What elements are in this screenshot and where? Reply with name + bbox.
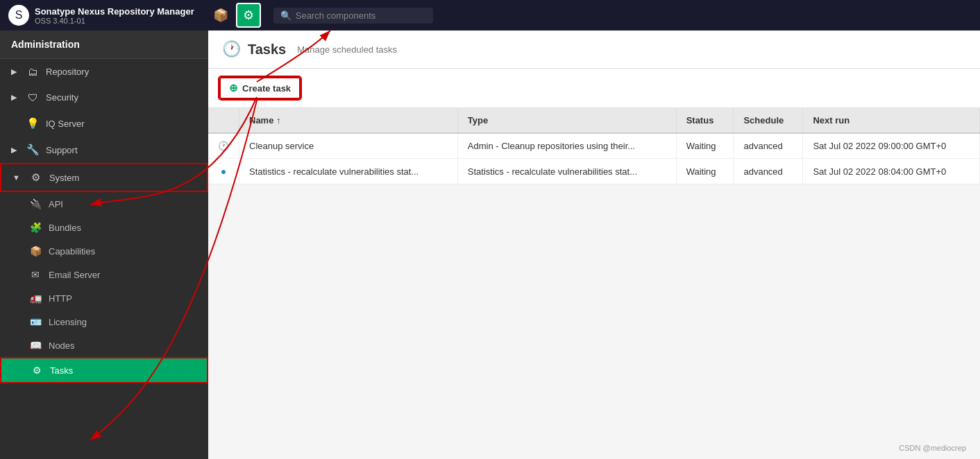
col-name[interactable]: Name ↑ — [239, 108, 458, 133]
tasks-icon: ⚙ — [31, 365, 43, 376]
support-icon: 🔧 — [26, 144, 39, 156]
create-task-label: Create task — [242, 83, 291, 94]
sidebar-item-label: System — [49, 173, 79, 183]
task-status-icon: ● — [221, 166, 226, 177]
sidebar-item-label: Tasks — [50, 365, 73, 376]
row-icon-cell: ● — [208, 159, 239, 184]
page-subtitle: Manage scheduled tasks — [297, 44, 397, 55]
main-content: 🕐 Tasks Manage scheduled tasks ⊕ Create … — [208, 31, 980, 459]
app-title-block: Sonatype Nexus Repository Manager OSS 3.… — [35, 6, 194, 25]
arrow-icon: ▶ — [11, 67, 17, 76]
sidebar-item-label: Support — [46, 145, 78, 155]
sidebar-item-nodes[interactable]: 📖 Nodes — [0, 334, 208, 357]
main-toolbar: ⊕ Create task — [208, 69, 980, 108]
topbar: S Sonatype Nexus Repository Manager OSS … — [0, 0, 980, 31]
col-next-run[interactable]: Next run — [803, 108, 980, 133]
row-name: Cleanup service — [239, 133, 458, 159]
sidebar-item-label: Licensing — [49, 317, 87, 327]
iq-server-icon: 💡 — [26, 117, 39, 130]
page-header-icon: 🕐 — [222, 40, 241, 58]
col-status[interactable]: Status — [676, 108, 734, 133]
sidebar-item-label: HTTP — [49, 293, 72, 304]
topbar-icons: 📦 ⚙ — [208, 3, 261, 28]
row-type: Statistics - recalculate vulnerabilities… — [457, 159, 676, 184]
sidebar: Administration ▶ 🗂 Repository ▶ 🛡 Securi… — [0, 31, 208, 459]
system-icon: ⚙ — [30, 171, 42, 184]
sidebar-item-iq-server[interactable]: ▶ 💡 IQ Server — [0, 110, 208, 137]
main-layout: Administration ▶ 🗂 Repository ▶ 🛡 Securi… — [0, 31, 980, 459]
api-icon: 🔌 — [29, 198, 42, 209]
search-icon: 🔍 — [280, 10, 292, 21]
table-header-row: Name ↑ Type Status Schedule Next run — [208, 108, 980, 133]
arrow-icon: ▶ — [11, 146, 17, 155]
gear-icon-btn[interactable]: ⚙ — [236, 3, 261, 28]
arrow-icon: ▼ — [12, 173, 20, 182]
sidebar-item-label: Security — [46, 92, 78, 103]
email-server-icon: ✉ — [29, 269, 42, 280]
capabilities-icon: 📦 — [29, 245, 42, 257]
sidebar-item-tasks[interactable]: ⚙ Tasks — [0, 357, 208, 383]
sidebar-item-bundles[interactable]: 🧩 Bundles — [0, 216, 208, 239]
table-row[interactable]: 🕐 Cleanup service Admin - Cleanup reposi… — [208, 133, 980, 159]
tasks-table-container: Name ↑ Type Status Schedule Next run 🕐 — [208, 108, 980, 184]
repository-icon: 🗂 — [26, 66, 39, 78]
row-schedule: advanced — [734, 159, 803, 184]
search-bar: 🔍 — [273, 8, 433, 24]
watermark: CSDN @mediocrep — [899, 444, 966, 452]
create-task-icon: ⊕ — [229, 82, 238, 94]
search-input[interactable] — [296, 10, 426, 21]
page-header: 🕐 Tasks Manage scheduled tasks — [208, 31, 980, 69]
sidebar-item-label: API — [49, 199, 63, 209]
sidebar-item-label: Bundles — [49, 223, 81, 233]
app-logo: S Sonatype Nexus Repository Manager OSS … — [8, 5, 194, 26]
logo-icon: S — [8, 5, 29, 26]
create-task-button[interactable]: ⊕ Create task — [219, 77, 301, 99]
app-name: Sonatype Nexus Repository Manager — [35, 6, 194, 17]
row-type: Admin - Cleanup repositories using their… — [457, 133, 676, 159]
task-status-icon: 🕐 — [218, 141, 229, 151]
row-next-run: Sat Jul 02 2022 09:00:00 GMT+0 — [803, 133, 980, 159]
sidebar-item-label: IQ Server — [46, 119, 85, 129]
sidebar-item-api[interactable]: 🔌 API — [0, 192, 208, 216]
system-section-box: ▼ ⚙ System — [0, 163, 208, 192]
package-icon-btn[interactable]: 📦 — [208, 3, 233, 28]
sidebar-item-capabilities[interactable]: 📦 Capabilities — [0, 239, 208, 263]
row-schedule: advanced — [734, 133, 803, 159]
sidebar-item-system[interactable]: ▼ ⚙ System — [1, 164, 207, 191]
table-row[interactable]: ● Statistics - recalculate vulnerabiliti… — [208, 159, 980, 184]
http-icon: 🚛 — [29, 293, 42, 304]
sidebar-item-repository[interactable]: ▶ 🗂 Repository — [0, 59, 208, 85]
col-type[interactable]: Type — [457, 108, 676, 133]
nodes-icon: 📖 — [29, 340, 42, 351]
sidebar-item-label: Email Server — [49, 270, 100, 280]
sidebar-item-support[interactable]: ▶ 🔧 Support — [0, 137, 208, 163]
row-icon-cell: 🕐 — [208, 133, 239, 159]
col-schedule[interactable]: Schedule — [734, 108, 803, 133]
tasks-table: Name ↑ Type Status Schedule Next run 🕐 — [208, 108, 980, 184]
row-status: Waiting — [676, 159, 734, 184]
col-checkbox — [208, 108, 239, 133]
page-title: Tasks — [248, 42, 286, 58]
sidebar-header: Administration — [0, 31, 208, 59]
app-version: OSS 3.40.1-01 — [35, 17, 194, 25]
row-name: Statistics - recalculate vulnerabilities… — [239, 159, 458, 184]
sidebar-item-licensing[interactable]: 🪪 Licensing — [0, 310, 208, 334]
row-next-run: Sat Jul 02 2022 08:04:00 GMT+0 — [803, 159, 980, 184]
arrow-icon: ▶ — [11, 93, 17, 102]
security-icon: 🛡 — [26, 92, 39, 103]
sidebar-item-security[interactable]: ▶ 🛡 Security — [0, 85, 208, 110]
sidebar-item-label: Capabilities — [49, 246, 95, 257]
licensing-icon: 🪪 — [29, 316, 42, 327]
bundles-icon: 🧩 — [29, 222, 42, 233]
row-status: Waiting — [676, 133, 734, 159]
sidebar-item-http[interactable]: 🚛 HTTP — [0, 286, 208, 310]
sidebar-item-label: Repository — [46, 67, 89, 77]
sidebar-item-label: Nodes — [49, 340, 75, 351]
sidebar-item-email-server[interactable]: ✉ Email Server — [0, 263, 208, 286]
